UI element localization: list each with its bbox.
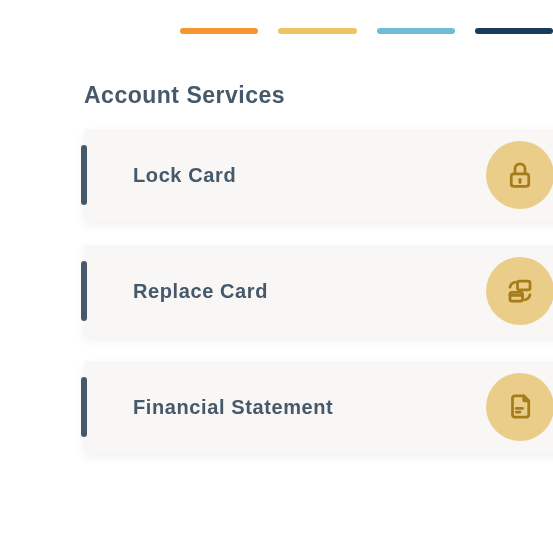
service-label: Financial Statement [133,396,486,419]
section-title: Account Services [84,82,553,109]
accent-bar [81,377,87,437]
progress-segment-3 [377,28,455,34]
svg-rect-3 [518,281,531,290]
service-financial-statement[interactable]: Financial Statement [84,361,553,453]
progress-segment-4 [475,28,553,34]
replace-card-icon [486,257,553,325]
lock-icon [486,141,553,209]
service-label: Replace Card [133,280,486,303]
progress-segment-2 [278,28,356,34]
services-list: Lock Card Replace Card Financial Statem [84,129,553,453]
accent-bar [81,145,87,205]
service-lock-card[interactable]: Lock Card [84,129,553,221]
accent-bar [81,261,87,321]
service-replace-card[interactable]: Replace Card [84,245,553,337]
progress-indicator [180,28,553,34]
document-icon [486,373,553,441]
progress-segment-1 [180,28,258,34]
service-label: Lock Card [133,164,486,187]
